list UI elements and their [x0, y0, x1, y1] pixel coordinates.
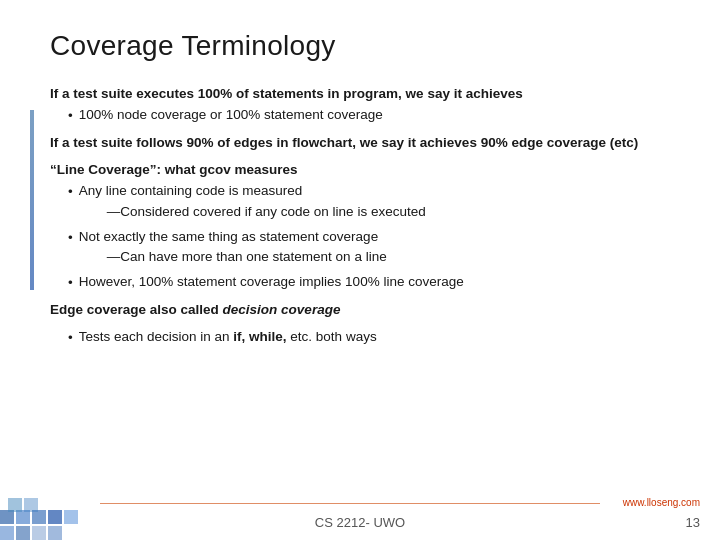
- block1-bullets: • 100% node coverage or 100% statement c…: [68, 105, 670, 127]
- svg-rect-0: [0, 510, 14, 524]
- svg-rect-9: [8, 498, 22, 512]
- bullet-dot: •: [68, 106, 73, 127]
- svg-rect-5: [0, 526, 14, 540]
- slide-container: Coverage Terminology If a test suite exe…: [0, 0, 720, 540]
- block4-text-before: Edge coverage also called: [50, 302, 223, 317]
- slide-content: If a test suite executes 100% of stateme…: [50, 84, 670, 349]
- svg-rect-2: [32, 510, 46, 524]
- block1-bold: If a test suite executes 100% of stateme…: [50, 86, 523, 101]
- block5-end: etc. both ways: [287, 329, 377, 344]
- bottom-line: [100, 503, 600, 504]
- website-text: www.lloseng.com: [623, 497, 700, 508]
- svg-rect-1: [16, 510, 30, 524]
- bullet-dot: •: [68, 273, 73, 294]
- svg-rect-10: [24, 498, 38, 512]
- left-accent-bar: [30, 110, 34, 290]
- block-4: Edge coverage also called decision cover…: [50, 300, 670, 321]
- sub-text-2: —Can have more than one statement on a l…: [107, 249, 387, 264]
- block-3: “Line Coverage”: what gcov measures • An…: [50, 160, 670, 295]
- bullet-dot: •: [68, 328, 73, 349]
- block3-bullet1-text: Any line containing code is measured: [79, 183, 303, 198]
- svg-rect-4: [64, 510, 78, 524]
- sub-text-1: —Considered covered if any code on line …: [107, 204, 426, 219]
- block5-before: Tests each decision in an: [79, 329, 234, 344]
- block3-bullet1-wrapper: Any line containing code is measured —Co…: [79, 181, 426, 225]
- block3-bullets: • Any line containing code is measured —…: [68, 181, 670, 295]
- bullet-item: • Any line containing code is measured —…: [68, 181, 670, 225]
- bullet-item: • Tests each decision in an if, while, e…: [68, 327, 670, 349]
- deco-squares: [0, 490, 110, 540]
- bullet-item: • 100% node coverage or 100% statement c…: [68, 105, 670, 127]
- page-number: 13: [686, 515, 700, 530]
- block3-bullet3-text: However, 100% statement coverage implies…: [79, 272, 464, 293]
- block1-bullet1: 100% node coverage or 100% statement cov…: [79, 105, 383, 126]
- svg-rect-6: [16, 526, 30, 540]
- block5-bullet-list: • Tests each decision in an if, while, e…: [68, 327, 670, 349]
- block3-bullet2-sub: —Can have more than one statement on a l…: [107, 247, 387, 268]
- block2-bold: If a test suite follows 90% of edges in …: [50, 135, 638, 150]
- footer-course: CS 2212- UWO: [315, 515, 405, 530]
- svg-rect-7: [32, 526, 46, 540]
- bullet-item: • However, 100% statement coverage impli…: [68, 272, 670, 294]
- svg-rect-8: [48, 526, 62, 540]
- bullet-dot: •: [68, 182, 73, 203]
- bullet-item: • Not exactly the same thing as statemen…: [68, 227, 670, 271]
- block3-bullet1-sub: —Considered covered if any code on line …: [107, 202, 426, 223]
- slide-title: Coverage Terminology: [50, 30, 670, 62]
- block-1: If a test suite executes 100% of stateme…: [50, 84, 670, 127]
- bullet-dot: •: [68, 228, 73, 249]
- block3-bullet2-wrapper: Not exactly the same thing as statement …: [79, 227, 387, 271]
- block5-bold-inline: if, while,: [233, 329, 286, 344]
- block5-text: Tests each decision in an if, while, etc…: [79, 327, 377, 348]
- block3-header: “Line Coverage”: what gcov measures: [50, 160, 670, 181]
- svg-rect-3: [48, 510, 62, 524]
- block3-bullet2-text: Not exactly the same thing as statement …: [79, 229, 378, 244]
- block-2: If a test suite follows 90% of edges in …: [50, 133, 670, 154]
- block4-italic-bold: decision coverage: [223, 302, 341, 317]
